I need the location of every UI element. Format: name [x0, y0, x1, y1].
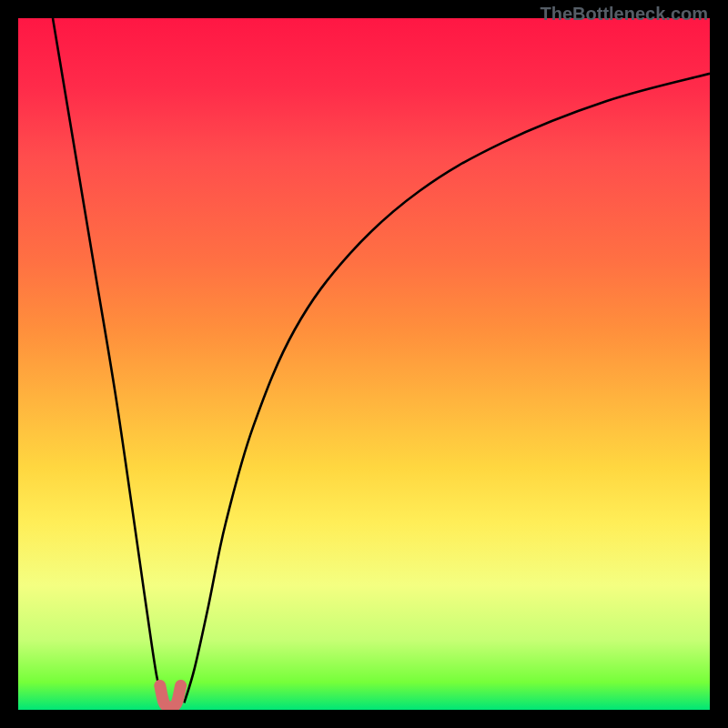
curve-layer: [18, 18, 710, 710]
series-right-branch: [184, 74, 710, 703]
plot-area: [18, 18, 710, 710]
series-left-branch: [53, 18, 164, 703]
chart-frame: TheBottleneck.com: [0, 0, 728, 728]
series-bottom-mark: [160, 685, 181, 707]
watermark-text: TheBottleneck.com: [541, 4, 708, 25]
